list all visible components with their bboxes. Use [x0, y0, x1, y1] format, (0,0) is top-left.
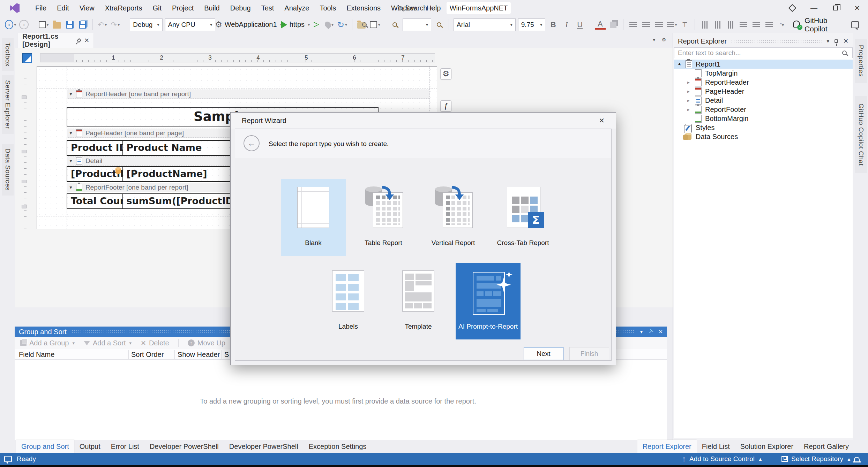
menu-file[interactable]: File	[30, 1, 52, 15]
band-strip-report-header[interactable]: ▼ ReportHeader [one band per report]	[67, 90, 429, 99]
panel-close-icon[interactable]: ✕	[843, 37, 848, 45]
hot-reload-button[interactable]: ▾	[324, 19, 335, 31]
page-settings-button[interactable]: ⚙	[440, 68, 451, 79]
select-repository-button[interactable]: Select Repository ▲	[781, 455, 851, 463]
band-handle[interactable]	[22, 205, 27, 208]
collapse-icon[interactable]: ▼	[69, 185, 73, 190]
report-type-crosstab[interactable]: Σ Cross-Tab Report	[491, 179, 555, 256]
sidebar-tab-properties[interactable]: Properties	[855, 39, 867, 83]
bottom-tab-field-list[interactable]: Field List	[697, 440, 735, 453]
menu-analyze[interactable]: Analyze	[279, 1, 314, 15]
font-name-select[interactable]: Arial▾	[454, 18, 516, 31]
column-extra[interactable]: S	[224, 351, 229, 359]
bottom-tab-output[interactable]: Output	[74, 440, 106, 453]
align-tops-button[interactable]	[738, 19, 749, 31]
sidebar-tab-data-sources[interactable]: Data Sources	[2, 144, 14, 196]
detail-cell-product-id[interactable]: [ProductID]	[67, 166, 123, 182]
italic-button[interactable]: I	[561, 19, 572, 31]
band-handle[interactable]	[22, 95, 27, 99]
navigate-back-button[interactable]: ‹▾	[5, 19, 16, 31]
tree-node-report-footer[interactable]: ▸ ReportFooter	[674, 105, 853, 114]
text-top-button[interactable]: ⊤	[680, 19, 690, 31]
solution-configuration-select[interactable]: Debug▾	[130, 18, 162, 31]
align-rights-button[interactable]	[725, 19, 736, 31]
align-centers-button[interactable]	[712, 19, 723, 31]
band-handle[interactable]	[22, 150, 27, 153]
tree-node-bottom-margin[interactable]: BottomMargin	[674, 114, 853, 123]
menu-xtrareports[interactable]: XtraReports	[100, 1, 148, 15]
restore-button[interactable]	[825, 0, 846, 16]
panel-menu-icon[interactable]: ▾	[826, 38, 829, 44]
expander-icon[interactable]: ▸	[687, 79, 690, 85]
report-type-ai-prompt[interactable]: AI Prompt-to-Report	[456, 263, 521, 339]
new-project-button[interactable]: ▾	[39, 19, 49, 31]
start-debug-button[interactable]: https▾	[282, 19, 309, 31]
tab-options-icon[interactable]: ⚙	[662, 37, 666, 43]
zoom-out-button[interactable]	[390, 19, 400, 31]
tree-node-page-header[interactable]: ▸ PageHeader	[674, 87, 853, 96]
save-button[interactable]	[65, 19, 75, 31]
navigate-forward-button[interactable]: ›	[19, 19, 29, 31]
font-color-button[interactable]: A	[595, 20, 606, 30]
footer-cell-label[interactable]: Total Count:	[67, 193, 123, 209]
search-box[interactable]: Search ▾	[398, 2, 433, 14]
align-right-button[interactable]	[654, 19, 664, 31]
dialog-title-bar[interactable]: Report Wizard ✕	[231, 113, 616, 129]
bottom-tab-report-gallery[interactable]: Report Gallery	[799, 440, 854, 453]
format-painter-button[interactable]	[608, 19, 619, 31]
save-all-button[interactable]	[77, 19, 88, 31]
zoom-level-select[interactable]: ▾	[403, 18, 431, 31]
search-icon[interactable]	[842, 51, 847, 55]
github-copilot-button[interactable]: ✓ GitHub Copilot	[792, 16, 859, 33]
undo-button[interactable]: ↶▾	[97, 19, 107, 31]
report-type-blank[interactable]: Blank	[281, 179, 346, 256]
move-up-button[interactable]: ↑ Move Up	[188, 339, 225, 347]
search-input[interactable]	[674, 49, 842, 57]
menu-debug[interactable]: Debug	[225, 1, 256, 15]
navigate-home-button[interactable]: ▾	[370, 19, 380, 31]
bottom-tab-group-and-sort[interactable]: Group and Sort	[16, 440, 74, 453]
bold-button[interactable]: B	[548, 19, 559, 31]
report-smart-tag[interactable]	[22, 53, 32, 63]
tree-node-report1[interactable]: ▸ Report1	[674, 60, 853, 69]
bottom-tab-dev-powershell-2[interactable]: Developer PowerShell	[224, 440, 304, 453]
next-button[interactable]: Next	[524, 347, 563, 360]
scripts-formula-button[interactable]: f	[440, 100, 451, 112]
underline-button[interactable]: U	[575, 19, 585, 31]
add-sort-button[interactable]: Add a Sort▾	[84, 339, 132, 347]
delete-button[interactable]: ✕ Delete	[141, 339, 169, 347]
document-tab-report1[interactable]: Report1.cs [Design] ✕	[18, 33, 93, 48]
sidebar-tab-server-explorer[interactable]: Server Explorer	[2, 75, 14, 134]
align-middles-button[interactable]	[751, 19, 762, 31]
open-file-button[interactable]	[52, 19, 62, 31]
close-tab-icon[interactable]: ✕	[84, 37, 89, 44]
report-type-labels[interactable]: Labels	[316, 263, 381, 339]
align-bottoms-button[interactable]	[764, 19, 775, 31]
redo-button[interactable]: ↷▾	[110, 19, 120, 31]
back-button[interactable]: ←	[244, 135, 260, 151]
notifications-button[interactable]	[854, 457, 860, 461]
active-files-dropdown-icon[interactable]: ▾	[653, 37, 656, 43]
sidebar-tab-copilot-chat[interactable]: GitHub Copilot Chat	[855, 96, 867, 173]
font-size-select[interactable]: 9.75▾	[518, 18, 546, 31]
zoom-in-button[interactable]	[434, 19, 444, 31]
expander-icon[interactable]: ▸	[687, 107, 690, 112]
report-type-table[interactable]: Table Report	[351, 179, 416, 256]
report-type-vertical[interactable]: Vertical Report	[421, 179, 486, 256]
menu-test[interactable]: Test	[256, 1, 279, 15]
panel-pin-icon[interactable]	[835, 39, 838, 43]
menu-git[interactable]: Git	[147, 1, 167, 15]
menu-view[interactable]: View	[74, 1, 100, 15]
justify-button[interactable]: ▾	[667, 19, 677, 31]
report-type-template[interactable]: Template	[386, 263, 451, 339]
menu-build[interactable]: Build	[199, 1, 225, 15]
menu-project[interactable]: Project	[167, 1, 199, 15]
tree-node-report-header[interactable]: ▸ ReportHeader	[674, 78, 853, 87]
tree-node-top-margin[interactable]: TopMargin	[674, 69, 853, 78]
minimize-button[interactable]: —	[803, 0, 825, 16]
menu-extensions[interactable]: Extensions	[341, 1, 386, 15]
find-in-files-button[interactable]	[357, 19, 367, 31]
dialog-close-icon[interactable]: ✕	[599, 116, 605, 125]
bottom-tab-solution-explorer[interactable]: Solution Explorer	[735, 440, 799, 453]
menu-edit[interactable]: Edit	[52, 1, 74, 15]
